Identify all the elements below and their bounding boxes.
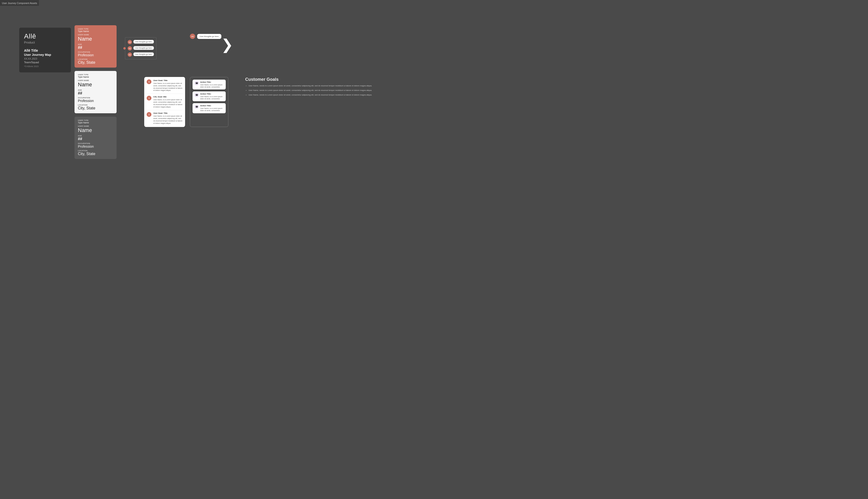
persona-occupation-1: Profession (78, 53, 113, 57)
age-label-2: Age (78, 89, 113, 91)
location-label-2: Location (78, 104, 113, 106)
thought-bubbles-area: U1 User thoughts go here. U1 User though… (125, 37, 157, 59)
thought-large: U1 User thoughts go here. (190, 34, 221, 39)
customer-goal-item-3: User Name, needs to Lorem ipsum dolor si… (249, 94, 372, 96)
action-item-3: ☎ Action Title: User Name, is a Lorem ip… (193, 103, 226, 113)
goal-item-1: 1 User Goal: Title User Name, is a Lorem… (147, 80, 183, 92)
action-item-2: ☎ Action Title: User Name, is a Lorem ip… (193, 92, 226, 101)
action-title-2: Action Title: (200, 93, 224, 95)
action-content-1: Action Title: User Name, is a Lorem ipsu… (200, 81, 224, 88)
action-icon-1: ☎ (195, 81, 199, 85)
customer-goals-list: User Name, needs to Lorem ipsum dolor si… (245, 84, 372, 96)
occupation-label-2: Occupation (78, 97, 113, 99)
thought-item-3: U1 User thoughts go here. (128, 52, 154, 57)
chevron-icon: ❯ (221, 36, 233, 53)
customer-goals-title: Customer Goals (245, 77, 372, 82)
goal-title-3: User Goal: Title (153, 112, 183, 114)
goal-text-3: User Name, is a Lorem ipsum dolor sit am… (153, 115, 183, 124)
goal-text-1: User Name, is a Lorem ipsum dolor sit am… (153, 82, 183, 92)
persona-age-3: ## (78, 137, 113, 141)
customer-goal-item-1: User Name, needs to Lorem ipsum dolor si… (249, 84, 372, 87)
persona-location-3: City, State (78, 152, 113, 156)
user-type-value-3: Type Name (78, 121, 113, 124)
persona-card-white: User Type Type Name User Name Name Age #… (75, 71, 116, 113)
goal-content-1: User Goal: Title User Name, is a Lorem i… (153, 80, 183, 92)
goal-content-2: CXL Goal: title User Name, is a Lorem ip… (153, 96, 183, 108)
thought-large-text: User thoughts go here. (197, 34, 221, 39)
action-icon-3: ☎ (195, 105, 199, 109)
goal-content-3: User Goal: Title User Name, is a Lorem i… (153, 112, 183, 124)
action-title-3: Action Title: (200, 105, 224, 107)
user-type-value-1: Type Name (78, 30, 113, 33)
location-label-3: Location (78, 150, 113, 151)
customer-goals-block: Customer Goals User Name, needs to Lorem… (245, 77, 372, 98)
age-label-3: Age (78, 135, 113, 137)
brand-date: XX.XX.2023 (24, 58, 66, 60)
persona-name-2: Name (78, 82, 113, 88)
persona-card-salmon: User Type Type Name User Name Name Age #… (75, 25, 116, 68)
persona-name-1: Name (78, 36, 113, 42)
brand-product: Product (24, 41, 66, 44)
age-label-1: Age (78, 44, 113, 45)
goal-number-3: 1 (147, 112, 151, 117)
persona-age-2: ## (78, 91, 113, 96)
goal-title-1: User Goal: Title (153, 80, 183, 82)
thought-item-1: U1 User thoughts go here. (128, 40, 154, 44)
goal-text-2: User Name, is a Lorem ipsum dolor sit am… (153, 99, 183, 108)
thought-text-2: User thoughts go here. (133, 46, 154, 50)
action-title-1: Action Title: (200, 81, 224, 83)
brand-title-main: Allē Title (24, 49, 66, 52)
thought-text-3: User thoughts go here. (133, 52, 154, 56)
thought-avatar-1: U1 (128, 40, 132, 44)
occupation-label-3: Occupation (78, 143, 113, 144)
occupation-label-1: Occupation (78, 51, 113, 53)
canvas: User Journey Component Assets Allē Produ… (0, 0, 868, 499)
actions-column: ☎ Action Title: User Name, is a Lorem ip… (190, 77, 228, 127)
goal-title-2: CXL Goal: title (153, 96, 183, 98)
user-type-label-1: User Type (78, 28, 113, 30)
goals-section: 1 User Goal: Title User Name, is a Lorem… (144, 77, 228, 127)
thought-avatar-2: U1 (128, 46, 132, 50)
user-type-value-2: Type Name (78, 76, 113, 78)
goal-divider-1 (147, 94, 183, 94)
brand-team: Team/Squad (24, 61, 66, 64)
persona-location-2: City, State (78, 106, 113, 110)
action-item-1: ☎ Action Title: User Name, is a Lorem ip… (193, 80, 226, 89)
goal-item-3: 1 User Goal: Title User Name, is a Lorem… (147, 112, 183, 124)
user-name-label-3: User Name (78, 125, 113, 127)
user-name-label-1: User Name (78, 34, 113, 36)
user-type-label-3: User Type (78, 120, 113, 121)
goals-column: 1 User Goal: Title User Name, is a Lorem… (144, 77, 185, 127)
location-label-1: Location (78, 59, 113, 60)
action-text-2: User Name, is a Lorem ipsum dolor sit am… (200, 96, 224, 100)
thought-dot (123, 47, 126, 50)
thought-text-1: User thoughts go here. (133, 40, 154, 44)
goal-number-2: 1 (147, 96, 151, 100)
action-content-3: Action Title: User Name, is a Lorem ipsu… (200, 105, 224, 112)
top-bar-title: User Journey Component Assets (2, 2, 37, 4)
persona-age-1: ## (78, 46, 113, 50)
thought-large-avatar: U1 (190, 34, 195, 39)
persona-occupation-2: Profession (78, 99, 113, 103)
brand-card: Allē Product Allē Title User Journey Map… (19, 28, 71, 72)
thought-avatar-3: U1 (128, 52, 132, 57)
action-icon-2: ☎ (195, 93, 199, 97)
brand-title-sub: User Journey Map (24, 53, 66, 57)
thought-bubble-group: U1 User thoughts go here. U1 User though… (125, 37, 157, 59)
customer-goal-item-2: User Name, needs to Lorem ipsum dolor si… (249, 89, 372, 92)
action-text-3: User Name, is a Lorem ipsum dolor sit am… (200, 107, 224, 112)
user-type-label-2: User Type (78, 74, 113, 75)
brand-logo: Allē (24, 33, 66, 40)
top-bar: User Journey Component Assets (0, 0, 39, 6)
goal-item-2: 1 CXL Goal: title User Name, is a Lorem … (147, 96, 183, 108)
brand-copyright: *©Abbvie 2023 (24, 65, 66, 68)
action-text-1: User Name, is a Lorem ipsum dolor sit am… (200, 84, 224, 88)
action-content-2: Action Title: User Name, is a Lorem ipsu… (200, 93, 224, 100)
persona-location-1: City, State (78, 60, 113, 65)
persona-column: User Type Type Name User Name Name Age #… (75, 25, 116, 159)
thought-item-2: U1 User thoughts go here. (128, 46, 154, 50)
persona-occupation-3: Profession (78, 145, 113, 148)
goal-number-1: 1 (147, 80, 151, 84)
persona-name-3: Name (78, 127, 113, 133)
user-name-label-2: User Name (78, 80, 113, 81)
